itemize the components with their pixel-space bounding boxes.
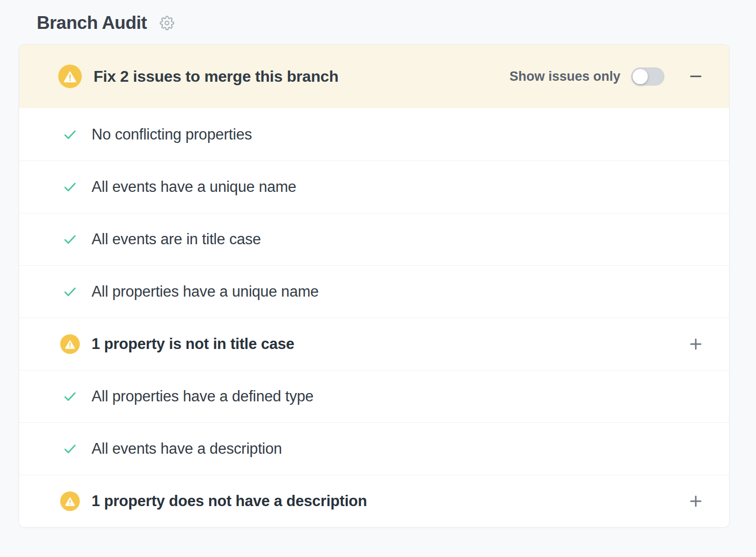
- issues-banner: Fix 2 issues to merge this branch Show i…: [19, 45, 729, 108]
- row-label: All events have a unique name: [92, 178, 296, 196]
- warning-icon: [60, 491, 80, 511]
- check-icon: [62, 389, 78, 404]
- show-issues-only-label: Show issues only: [509, 69, 620, 84]
- page-title: Branch Audit: [37, 13, 147, 33]
- warning-icon: [58, 65, 82, 88]
- banner-controls: Show issues only: [509, 68, 705, 86]
- row-label: All events have a description: [92, 440, 282, 458]
- row-label: All events are in title case: [92, 231, 261, 248]
- collapse-button[interactable]: [687, 68, 705, 85]
- plus-icon: [688, 494, 703, 509]
- row-label: All properties have a unique name: [92, 283, 319, 301]
- audit-row: All events have a unique name: [19, 161, 729, 213]
- row-label: 1 property does not have a description: [92, 492, 367, 510]
- row-label: All properties have a defined type: [92, 388, 313, 405]
- toggle-knob: [633, 69, 648, 84]
- audit-row[interactable]: 1 property is not in title case: [19, 318, 729, 370]
- row-icon-box: [58, 491, 82, 511]
- show-issues-only-toggle[interactable]: [631, 68, 664, 86]
- branch-audit-card: Fix 2 issues to merge this branch Show i…: [19, 44, 730, 528]
- check-icon: [62, 232, 78, 247]
- row-icon-box: [58, 127, 82, 142]
- settings-button[interactable]: [159, 15, 175, 31]
- audit-row: All properties have a unique name: [19, 265, 729, 318]
- check-icon: [62, 441, 78, 457]
- expand-button[interactable]: [687, 492, 705, 510]
- audit-row: All events are in title case: [19, 213, 729, 265]
- plus-icon: [688, 337, 703, 351]
- row-label: No conflicting properties: [92, 126, 252, 143]
- gear-icon: [160, 16, 174, 30]
- audit-row[interactable]: 1 property does not have a description: [19, 475, 729, 527]
- row-icon-box: [58, 441, 82, 457]
- audit-list: No conflicting properties All events hav…: [19, 108, 729, 527]
- row-icon-box: [58, 334, 82, 354]
- expand-button[interactable]: [687, 335, 705, 353]
- check-icon: [62, 284, 78, 300]
- row-icon-box: [58, 284, 82, 300]
- row-icon-box: [58, 232, 82, 247]
- audit-row: All properties have a defined type: [19, 370, 729, 422]
- minus-icon: [688, 69, 703, 84]
- row-icon-box: [58, 389, 82, 404]
- audit-row: All events have a description: [19, 422, 729, 475]
- check-icon: [62, 127, 78, 142]
- row-icon-box: [58, 179, 82, 195]
- warning-icon: [60, 334, 80, 354]
- banner-title: Fix 2 issues to merge this branch: [94, 68, 338, 86]
- page-header: Branch Audit: [0, 0, 756, 33]
- audit-row: No conflicting properties: [19, 108, 729, 161]
- row-label: 1 property is not in title case: [92, 335, 294, 353]
- check-icon: [62, 179, 78, 195]
